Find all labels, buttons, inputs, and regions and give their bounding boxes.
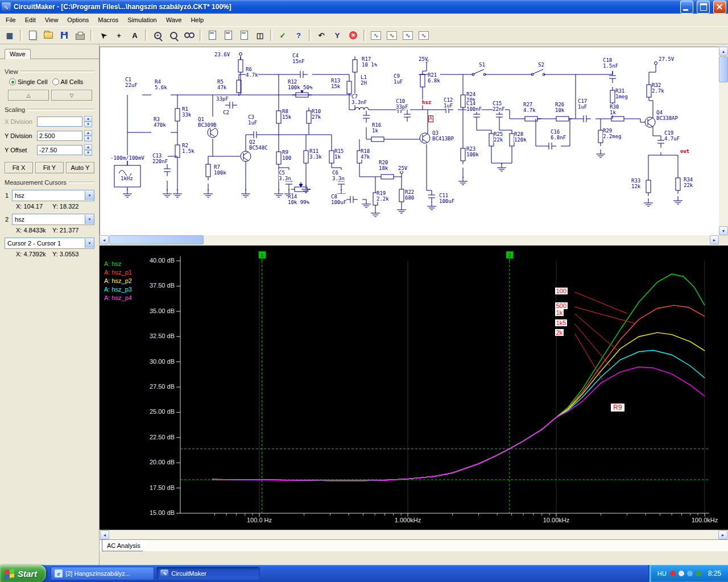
- legend-a-hsz_p4[interactable]: A: hsz_p4: [104, 294, 132, 301]
- schematic-component-label[interactable]: R34 22k: [684, 177, 693, 188]
- schematic-component-label[interactable]: 25V: [398, 165, 407, 171]
- schematic-component-label[interactable]: R4 5.6k: [155, 79, 167, 90]
- tray-network-icon[interactable]: [687, 571, 693, 576]
- fit-page-button[interactable]: [205, 28, 220, 43]
- schematic-component-label[interactable]: C12 1uF: [444, 97, 453, 109]
- open-file-button[interactable]: [41, 28, 56, 43]
- legend-a-hsz_p3[interactable]: A: hsz_p3: [104, 286, 132, 293]
- maximize-button[interactable]: [697, 1, 710, 14]
- stop-simulation-button[interactable]: ✕: [346, 28, 361, 43]
- text-tool[interactable]: A: [127, 28, 142, 43]
- scroll-left-button[interactable]: ◄: [100, 235, 109, 244]
- legend-a-hsz[interactable]: A: hsz: [104, 260, 122, 267]
- schematic-component-label[interactable]: 27.5V: [659, 56, 674, 62]
- schematic-component-label[interactable]: R27 4.7k: [523, 102, 536, 113]
- x-division-input[interactable]: [37, 117, 82, 127]
- split-view-button[interactable]: ◫: [253, 28, 267, 43]
- wave-scroll-right-button[interactable]: ►: [718, 530, 727, 539]
- schematic-component-label[interactable]: C8 100uF: [331, 194, 346, 205]
- schematic-component-label[interactable]: C1 22uF: [125, 77, 138, 88]
- search-tool[interactable]: [182, 28, 197, 43]
- schematic-component-label[interactable]: L1 2H: [361, 74, 367, 86]
- cursor-1-signal-select[interactable]: hsz▼: [12, 190, 94, 201]
- tab-wave[interactable]: Wave: [5, 49, 31, 59]
- schematic-component-label[interactable]: R12 100k 50%: [288, 79, 312, 90]
- schematic-component-label[interactable]: R20 18k: [379, 160, 388, 171]
- menu-simulation[interactable]: Simulation: [123, 15, 161, 25]
- undo-button[interactable]: ↶: [314, 28, 329, 43]
- schematic-component-label[interactable]: 25V: [419, 56, 428, 62]
- legend-a-hsz_p1[interactable]: A: hsz_p1: [104, 269, 132, 276]
- taskbar-task-circuitmaker[interactable]: ∿CircuitMaker: [156, 567, 260, 580]
- menu-edit[interactable]: Edit: [20, 15, 40, 25]
- save-file-button[interactable]: [57, 28, 72, 43]
- schematic-canvas[interactable]: 23.6VC1 22uFR4 5.6kR3 470kR1 33kR2 1.5kR…: [100, 47, 719, 236]
- schematic-component-label[interactable]: R11 3.3k: [309, 148, 322, 160]
- cursor-2-signal-select[interactable]: hsz▼: [12, 214, 94, 225]
- help-button[interactable]: ?: [291, 28, 306, 43]
- schematic-component-label[interactable]: C19 4.7uF: [664, 130, 680, 142]
- tray-alert-icon[interactable]: [670, 571, 676, 576]
- schematic-component-label[interactable]: hsz: [422, 99, 431, 105]
- refresh-view-button[interactable]: [237, 28, 251, 43]
- schematic-component-label[interactable]: C15 22nF: [493, 101, 505, 112]
- schematic-component-label[interactable]: R23 100k: [466, 146, 479, 157]
- waveform-plot[interactable]: 12 A: hszA: hsz_p1A: hsz_p2A: hsz_p3A: h…: [100, 246, 728, 530]
- schematic-component-label[interactable]: R7 100k: [214, 164, 226, 176]
- schematic-component-label[interactable]: R29 2.2meg: [603, 128, 622, 139]
- schematic-component-label[interactable]: -100m/100mV: [110, 155, 144, 161]
- schematic-component-label[interactable]: Q4 BC338AP: [656, 110, 678, 121]
- schematic-component-label[interactable]: C14 100nF: [466, 101, 482, 112]
- zoom-in-tool[interactable]: +: [150, 28, 165, 43]
- schematic-component-label[interactable]: R16 1k: [372, 122, 381, 134]
- zoom-area-button[interactable]: [221, 28, 235, 43]
- schematic-component-label[interactable]: R19 2.2k: [377, 190, 389, 202]
- new-file-button[interactable]: [25, 28, 40, 43]
- schematic-component-label[interactable]: C4 15nF: [292, 53, 305, 64]
- fit-y-button[interactable]: Fit Y: [35, 162, 64, 173]
- scope-analysis-button[interactable]: ∿: [400, 28, 415, 43]
- y-division-spinner[interactable]: ▲▼: [84, 130, 92, 142]
- vertical-scroll-thumb[interactable]: [719, 56, 728, 82]
- menu-wave[interactable]: Wave: [162, 15, 187, 25]
- print-button[interactable]: [73, 28, 88, 43]
- schematic-component-label[interactable]: R9 100: [282, 149, 291, 161]
- minimize-button[interactable]: [680, 1, 693, 14]
- schematic-component-label[interactable]: C11 100uF: [439, 193, 454, 204]
- schematic-vertical-scrollbar[interactable]: ▲ ▼: [719, 47, 728, 235]
- schematic-component-label[interactable]: C13 220nF: [152, 153, 168, 164]
- schematic-component-label[interactable]: C9 1uF: [394, 73, 403, 85]
- schematic-component-label[interactable]: A: [428, 115, 433, 122]
- schematic-component-label[interactable]: R31 1meg: [615, 88, 628, 99]
- menu-view[interactable]: View: [40, 15, 63, 25]
- scroll-right-button[interactable]: ►: [710, 235, 719, 244]
- wave-scroll-left-button[interactable]: ◄: [100, 530, 109, 539]
- select-tool[interactable]: ➤: [96, 28, 110, 43]
- close-button[interactable]: [713, 1, 726, 14]
- y-offset-input[interactable]: [37, 145, 82, 155]
- schematic-component-label[interactable]: R21 6.8k: [428, 72, 440, 84]
- schematic-component-label[interactable]: C2: [223, 110, 229, 115]
- schematic-component-label[interactable]: R33 12k: [631, 178, 640, 189]
- radio-all-cells[interactable]: All Cells: [52, 78, 84, 85]
- cursor-diff-select[interactable]: Cursor 2 - Cursor 1▼: [5, 238, 94, 249]
- schematic-component-label[interactable]: R25 22k: [494, 131, 503, 143]
- x-division-spinner[interactable]: ▲▼: [84, 116, 92, 127]
- fit-x-button[interactable]: Fit X: [5, 162, 33, 173]
- schematic-component-label[interactable]: R30 1k: [610, 104, 619, 115]
- schematic-component-label[interactable]: C6 3.3n: [332, 170, 345, 181]
- horizontal-scroll-thumb[interactable]: [109, 235, 204, 244]
- schematic-component-label[interactable]: 33pF: [216, 96, 229, 102]
- schematic-component-label[interactable]: R8 15k: [282, 109, 291, 120]
- schematic-component-label[interactable]: C10 33pF: [396, 98, 408, 110]
- chevron-down-icon[interactable]: ▼: [85, 191, 94, 200]
- schematic-component-label[interactable]: R13 15k: [331, 78, 340, 89]
- menu-options[interactable]: Options: [63, 15, 93, 25]
- schematic-component-label[interactable]: C3 1uF: [248, 114, 257, 126]
- auto-y-button[interactable]: Auto Y: [66, 162, 94, 173]
- language-indicator[interactable]: HU: [657, 570, 667, 577]
- radio-single-cell[interactable]: Single Cell: [9, 78, 48, 85]
- schematic-component-label[interactable]: R10 27k: [312, 109, 321, 120]
- schematic-component-label[interactable]: Q2 BC548C: [249, 139, 268, 151]
- menu-file[interactable]: File: [1, 15, 20, 25]
